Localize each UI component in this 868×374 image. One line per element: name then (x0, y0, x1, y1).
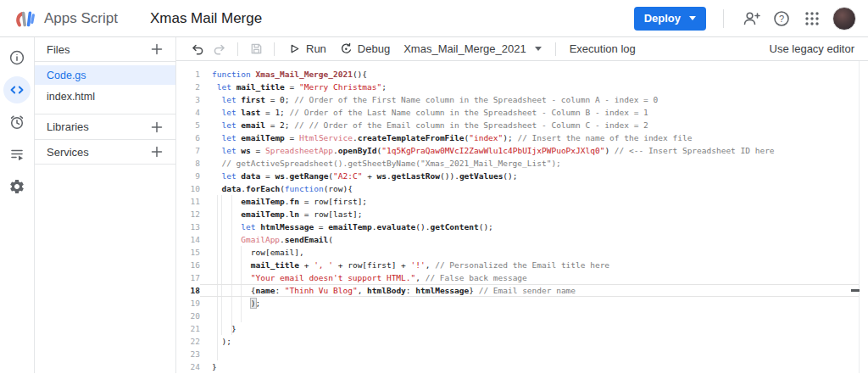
add-file-button[interactable] (148, 41, 165, 58)
file-item-code-gs[interactable]: Code.gs (35, 65, 175, 85)
line-number: 11 (176, 195, 200, 208)
svg-text:?: ? (779, 14, 784, 24)
editor-column: Run Debug Xmas_Mail_Merge_2021 Execution… (176, 37, 868, 373)
file-name: Code.gs (47, 70, 86, 81)
code-line[interactable]: 1function Xmas_Mail_Merge_2021(){ (176, 68, 868, 81)
overview-ruler[interactable] (859, 61, 860, 373)
code-line[interactable]: 14 GmailApp.sendEmail( (176, 233, 868, 246)
function-selector-dropdown[interactable]: Xmas_Mail_Merge_2021 (397, 39, 548, 59)
code-line[interactable]: 23 (176, 348, 868, 360)
line-number: 12 (176, 208, 200, 220)
code-lines: 1function Xmas_Mail_Merge_2021(){2 let m… (176, 68, 868, 373)
code-line[interactable]: 20 (176, 310, 868, 322)
libraries-section: Libraries (35, 114, 175, 139)
line-number: 6 (176, 131, 200, 144)
code-line[interactable]: 5 let email = 2; // // Order of the Emai… (176, 119, 868, 131)
line-number: 15 (176, 246, 200, 259)
left-rail (0, 37, 35, 373)
run-button[interactable]: Run (281, 39, 333, 59)
line-number: 19 (176, 297, 200, 310)
line-number: 24 (176, 360, 200, 373)
code-line[interactable]: 16 mail_title + ', ' + row[first] + '!',… (176, 259, 868, 271)
line-number: 18 (176, 284, 200, 297)
toolbar-divider (237, 42, 238, 56)
code-line[interactable]: 21 } (176, 322, 868, 335)
line-number: 22 (176, 335, 200, 348)
line-number: 17 (176, 271, 200, 284)
code-line[interactable]: 15 row[email], (176, 246, 868, 259)
code-line[interactable]: 9 let data = ws.getRange("A2:C" + ws.get… (176, 170, 868, 182)
services-label: Services (47, 146, 89, 159)
line-number: 8 (176, 157, 200, 170)
line-number: 20 (176, 310, 200, 322)
apps-script-logo-icon[interactable] (14, 8, 36, 30)
code-line[interactable]: 12 emailTemp.ln = row[last]; (176, 208, 868, 220)
sidebar-item-overview[interactable] (3, 44, 31, 71)
line-number: 5 (176, 119, 200, 131)
deploy-button[interactable]: Deploy (634, 7, 706, 31)
debug-button[interactable]: Debug (333, 39, 397, 59)
code-line[interactable]: 8 // getActiveSpreadsheet().getSheetByNa… (176, 157, 868, 170)
code-line[interactable]: 3 let first = 0; // Order of the First N… (176, 93, 868, 106)
code-line[interactable]: 18 {name: "Thinh Vu Blog", htmlBody: htm… (176, 284, 868, 297)
code-line[interactable]: 11 emailTemp.fn = row[first]; (176, 195, 868, 208)
dropdown-caret-icon (535, 47, 542, 51)
deploy-label: Deploy (644, 12, 681, 25)
code-line[interactable]: 13 let htmlMessage = emailTemp.evaluate(… (176, 220, 868, 233)
line-number: 7 (176, 144, 200, 157)
redo-button[interactable] (209, 39, 231, 59)
toolbar-divider (274, 42, 275, 56)
line-number: 14 (176, 233, 200, 246)
add-service-button[interactable] (148, 143, 165, 160)
code-line[interactable]: 7 let ws = SpreadsheetApp.openById("1q5K… (176, 144, 868, 157)
line-number: 3 (176, 93, 200, 106)
project-title[interactable]: Xmas Mail Merge (150, 10, 262, 27)
product-name[interactable]: Apps Script (44, 10, 118, 27)
line-number: 23 (176, 348, 200, 360)
code-line[interactable]: 17 "Your email doesn't support HTML.", /… (176, 271, 868, 284)
overview-marker (851, 289, 860, 292)
selected-function-name: Xmas_Mail_Merge_2021 (403, 42, 526, 55)
use-legacy-editor-link[interactable]: Use legacy editor (770, 42, 854, 55)
libraries-label: Libraries (47, 120, 89, 133)
line-number: 16 (176, 259, 200, 271)
line-number: 10 (176, 182, 200, 195)
run-label: Run (306, 42, 326, 55)
line-number: 1 (176, 68, 200, 81)
debug-label: Debug (358, 42, 390, 55)
line-number: 21 (176, 322, 200, 335)
deploy-caret-icon (689, 16, 696, 20)
execution-log-label: Execution log (570, 42, 636, 55)
file-item-index-html[interactable]: index.html (35, 87, 175, 106)
undo-button[interactable] (186, 39, 209, 59)
code-line[interactable]: 6 let emailTemp = HtmlService.createTemp… (176, 131, 868, 144)
code-line[interactable]: 4 let last = 1; // Order of the Last Nam… (176, 106, 868, 119)
toolbar-divider (555, 42, 556, 56)
files-header-label: Files (47, 43, 70, 56)
user-avatar[interactable] (832, 7, 856, 31)
line-number: 4 (176, 106, 200, 119)
line-number: 13 (176, 220, 200, 233)
sidebar-item-editor[interactable] (3, 76, 31, 103)
code-line[interactable]: 10 data.forEach(function(row){ (176, 182, 868, 195)
add-library-button[interactable] (148, 119, 165, 136)
add-collaborator-icon[interactable] (736, 3, 766, 34)
save-button[interactable] (245, 39, 267, 59)
line-number: 9 (176, 170, 200, 182)
code-line[interactable]: 22 ); (176, 335, 868, 348)
code-line[interactable]: 19 ); (176, 297, 868, 310)
help-icon[interactable]: ? (766, 3, 797, 34)
sidebar-item-executions[interactable] (3, 141, 31, 168)
google-apps-grid-icon[interactable] (797, 3, 827, 34)
sidebar-item-settings[interactable] (3, 173, 31, 200)
sidebar-item-triggers[interactable] (3, 109, 31, 136)
execution-log-button[interactable]: Execution log (563, 39, 643, 59)
app-header: Apps Script Xmas Mail Merge Deploy ? (0, 0, 868, 37)
editor-toolbar: Run Debug Xmas_Mail_Merge_2021 Execution… (176, 37, 868, 61)
code-editor[interactable]: 1function Xmas_Mail_Merge_2021(){2 let m… (176, 61, 868, 373)
files-panel: Files Code.gs index.html Libraries Servi… (35, 37, 176, 373)
line-number: 2 (176, 81, 200, 93)
header-divider (723, 9, 724, 28)
code-line[interactable]: 2 let mail_title = "Merry Christmas"; (176, 81, 868, 93)
code-line[interactable]: 24} (176, 360, 868, 373)
